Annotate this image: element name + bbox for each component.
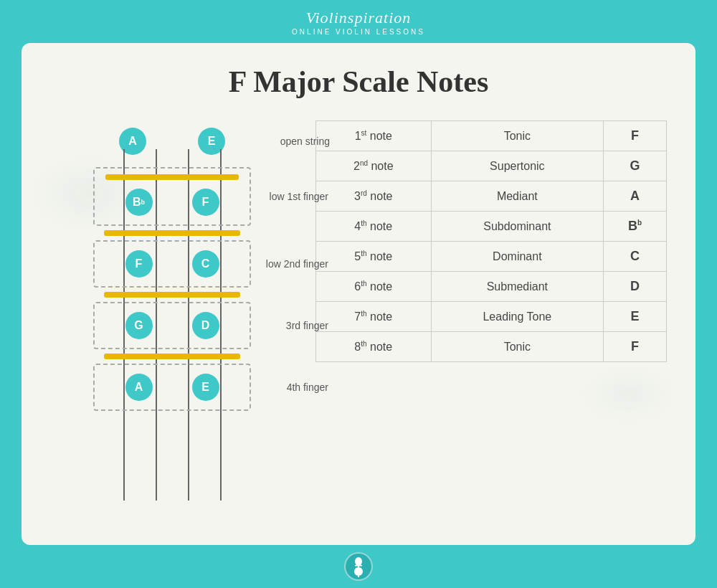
fret-bar-between-2-3 xyxy=(93,292,251,298)
table-cell-note: Bb xyxy=(604,212,667,242)
svg-point-0 xyxy=(355,557,362,566)
table-cell-note: A xyxy=(604,181,667,212)
fret-group-3-label: 3rd finger xyxy=(286,320,328,331)
fret-group-2: F C low 2nd finger xyxy=(93,240,251,288)
header-bar: Violinspiration Online Violin Lessons xyxy=(0,0,717,43)
table-row: 8th note Tonic F xyxy=(316,332,667,362)
table-row: 3rd note Mediant A xyxy=(316,181,667,212)
table-cell-degree: Mediant xyxy=(431,181,604,212)
table-cell-degree: Dominant xyxy=(431,242,604,272)
table-cell-position: 6th note xyxy=(316,272,432,302)
fret-group-3: G D 3rd finger xyxy=(93,302,251,349)
fret-bar-top-1 xyxy=(105,174,239,180)
table-cell-degree: Tonic xyxy=(431,332,604,362)
note-G: G xyxy=(125,312,153,339)
svg-rect-3 xyxy=(358,575,359,577)
table-cell-position: 8th note xyxy=(316,332,432,362)
table-row: 7th note Leading Tone E xyxy=(316,302,667,332)
notes-row-2: F C xyxy=(105,247,239,280)
table-row: 1st note Tonic F xyxy=(316,121,667,151)
table-cell-degree: Subdominant xyxy=(431,212,604,242)
table-cell-note: G xyxy=(604,151,667,181)
table-cell-note: F xyxy=(604,121,667,151)
fret-group-1: Bb F low 1st finger xyxy=(93,167,251,226)
fret-group-1-label: low 1st finger xyxy=(270,191,328,202)
table-cell-degree: Leading Tone xyxy=(431,302,604,332)
note-F-1st: F xyxy=(192,189,219,216)
fret-bar-between-1-2 xyxy=(93,230,251,236)
svg-point-2 xyxy=(354,567,363,576)
table-cell-note: F xyxy=(604,332,667,362)
fret-bar-between-3-4 xyxy=(93,354,251,359)
note-E-4th: E xyxy=(192,374,219,401)
scale-table: 1st note Tonic F 2nd note Supertonic G 3… xyxy=(315,120,667,362)
table-cell-note: C xyxy=(604,242,667,272)
table-row: 6th note Submediant D xyxy=(316,272,667,302)
table-section: 1st note Tonic F 2nd note Supertonic G 3… xyxy=(315,120,667,362)
table-cell-position: 4th note xyxy=(316,212,432,242)
svg-rect-4 xyxy=(355,565,362,566)
page-title: F Major Scale Notes xyxy=(50,65,667,99)
notes-row-1: Bb F xyxy=(105,186,239,219)
table-cell-position: 2nd note xyxy=(316,151,432,181)
notes-row-4: A E xyxy=(105,371,239,404)
table-cell-position: 3rd note xyxy=(316,181,432,212)
note-Bb: Bb xyxy=(125,189,153,216)
table-row: 5th note Dominant C xyxy=(316,242,667,272)
fingerboard-wrapper: A E open string xyxy=(50,128,294,508)
table-cell-position: 5th note xyxy=(316,242,432,272)
table-row: 2nd note Supertonic G xyxy=(316,151,667,181)
fret-groups: Bb F low 1st finger F C xyxy=(93,167,251,411)
fret-group-4-label: 4th finger xyxy=(287,381,328,393)
note-D: D xyxy=(192,312,219,339)
content-area: A E open string xyxy=(50,120,667,508)
table-cell-position: 7th note xyxy=(316,302,432,332)
table-cell-degree: Submediant xyxy=(431,272,604,302)
open-string-label: open string xyxy=(280,136,330,147)
violin-icon xyxy=(344,552,373,581)
table-row: 4th note Subdominant Bb xyxy=(316,212,667,242)
note-A-4th: A xyxy=(125,374,153,401)
fret-group-2-label: low 2nd finger xyxy=(266,258,328,270)
table-cell-note: D xyxy=(604,272,667,302)
note-C: C xyxy=(192,250,219,278)
table-cell-degree: Tonic xyxy=(431,121,604,151)
table-cell-degree: Supertonic xyxy=(431,151,604,181)
table-cell-position: 1st note xyxy=(316,121,432,151)
fret-group-4: A E 4th finger xyxy=(93,364,251,411)
site-tagline: Online Violin Lessons xyxy=(292,28,425,36)
main-card: F Major Scale Notes A E open string xyxy=(22,43,695,545)
site-logo: Violinspiration xyxy=(306,9,412,27)
table-cell-note: E xyxy=(604,302,667,332)
footer-bar xyxy=(0,545,717,588)
notes-row-3: G D xyxy=(105,309,239,342)
fingerboard-section: A E open string xyxy=(50,120,294,508)
note-F-2nd: F xyxy=(125,250,153,278)
